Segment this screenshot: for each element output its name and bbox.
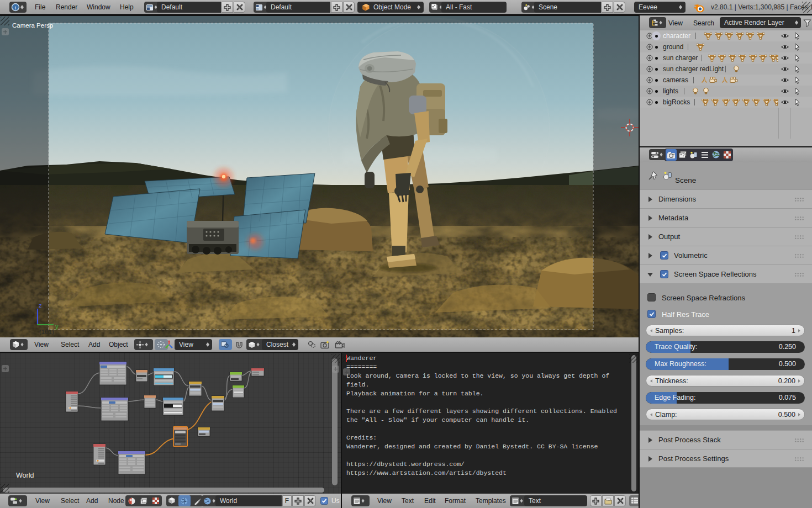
svg-text:(101): (101) bbox=[39, 329, 54, 335]
svg-text:y: y bbox=[55, 323, 59, 330]
svg-text:z: z bbox=[39, 302, 42, 309]
svg-text:World: World bbox=[16, 472, 34, 479]
svg-text:Camera Persp: Camera Persp bbox=[12, 22, 53, 29]
